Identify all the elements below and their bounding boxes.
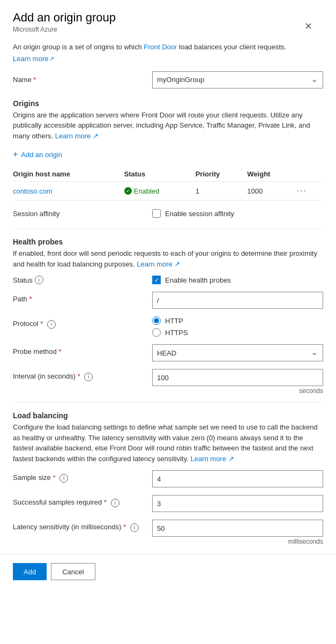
latency-info-icon[interactable]: i <box>130 523 139 532</box>
successful-samples-control <box>152 495 323 512</box>
health-enable-label: Enable health probes <box>165 276 231 284</box>
latency-input[interactable] <box>152 520 323 537</box>
row-more-button[interactable]: ··· <box>297 186 307 196</box>
http-radio[interactable] <box>152 316 161 325</box>
https-radio[interactable] <box>152 328 161 337</box>
successful-samples-row: Successful samples required * i <box>13 495 323 512</box>
session-affinity-label: Session affinity <box>13 210 152 218</box>
col-status: Status <box>124 167 196 182</box>
http-label: HTTP <box>165 317 183 325</box>
name-select[interactable]: myOriginGroup <box>152 71 323 88</box>
https-radio-row: HTTPS <box>152 328 323 337</box>
col-host: Origin host name <box>13 167 124 182</box>
status-check-icon: ✓ <box>124 187 132 195</box>
col-priority: Priority <box>196 167 248 182</box>
origins-ext-icon: ↗ <box>93 132 99 140</box>
close-button[interactable]: ✕ <box>304 20 312 32</box>
health-probes-title: Health probes <box>13 238 323 246</box>
path-control <box>152 292 323 309</box>
health-status-row: Status i ✓ Enable health probes <box>13 276 323 284</box>
probe-method-row: Probe method * HEADGET <box>13 344 323 361</box>
intro-learn-more-link[interactable]: Learn more ↗ <box>13 55 54 63</box>
name-label: Name * <box>13 76 152 84</box>
external-link-icon: ↗ <box>49 55 54 62</box>
footer: Add Cancel <box>0 554 336 589</box>
session-affinity-checkbox-row: Enable session affinity <box>152 209 234 218</box>
load-balancing-learn-more-link[interactable]: Learn more ↗ <box>190 455 234 463</box>
add-origin-button[interactable]: + Add an origin <box>13 147 62 161</box>
path-row: Path * <box>13 292 323 309</box>
probe-method-select[interactable]: HEADGET <box>152 344 323 361</box>
protocol-radio-group: HTTP HTTPS <box>152 316 323 337</box>
panel-subtitle: Microsoft Azure <box>13 26 323 33</box>
origins-table: Origin host name Status Priority Weight … <box>13 167 323 201</box>
latency-unit: milliseconds <box>152 538 323 545</box>
path-label: Path * <box>13 292 152 303</box>
latency-label: Latency sensitivity (in milliseconds) * … <box>13 520 152 532</box>
health-probes-ext-icon: ↗ <box>174 260 180 268</box>
sample-size-info-icon[interactable]: i <box>59 474 68 483</box>
successful-samples-info-icon[interactable]: i <box>111 499 120 507</box>
session-affinity-row: Session affinity Enable session affinity <box>13 209 323 218</box>
origin-host-link[interactable]: contoso.com <box>13 187 53 195</box>
protocol-control: HTTP HTTPS <box>152 316 323 337</box>
interval-label: Interval (in seconds) * i <box>13 369 152 381</box>
health-probes-description: If enabled, front door will send periodi… <box>13 248 323 269</box>
origins-description: Origins are the application servers wher… <box>13 110 323 142</box>
origin-priority: 1 <box>196 182 248 201</box>
status-enabled: ✓ Enabled <box>124 187 191 195</box>
session-affinity-checkbox[interactable] <box>152 209 161 218</box>
latency-control: milliseconds <box>152 520 323 545</box>
sample-size-control <box>152 470 323 487</box>
table-row: contoso.com ✓ Enabled 1 1000 ··· <box>13 182 323 201</box>
health-enable-row: ✓ Enable health probes <box>152 276 231 284</box>
health-probes-learn-more-link[interactable]: Learn more ↗ <box>137 260 180 268</box>
sample-size-input[interactable] <box>152 470 323 487</box>
http-radio-row: HTTP <box>152 316 323 325</box>
divider-1 <box>13 228 323 229</box>
intro-description: An origin group is a set of origins to w… <box>13 42 323 53</box>
panel-title: Add an origin group <box>13 11 323 25</box>
lb-ext-icon: ↗ <box>228 455 234 463</box>
interval-control: seconds <box>152 369 323 395</box>
origin-weight: 1000 <box>247 182 296 201</box>
probe-method-control: HEADGET <box>152 344 323 361</box>
probe-method-label: Probe method * <box>13 344 152 356</box>
origins-section-title: Origins <box>13 99 323 108</box>
https-label: HTTPS <box>165 329 188 337</box>
sample-size-row: Sample size * i <box>13 470 323 487</box>
session-affinity-checkbox-label: Enable session affinity <box>165 210 234 218</box>
path-input[interactable] <box>152 292 323 309</box>
cancel-button[interactable]: Cancel <box>51 563 95 580</box>
load-balancing-description: Configure the load balancing settings to… <box>13 422 323 464</box>
successful-samples-input[interactable] <box>152 495 323 512</box>
sample-size-label: Sample size * i <box>13 470 152 483</box>
col-weight: Weight <box>247 167 296 182</box>
divider-2 <box>13 402 323 403</box>
interval-row: Interval (in seconds) * i seconds <box>13 369 323 395</box>
successful-samples-label: Successful samples required * i <box>13 495 152 507</box>
interval-input[interactable] <box>152 369 323 386</box>
health-enabled-checkbox[interactable]: ✓ <box>152 276 161 284</box>
interval-info-icon[interactable]: i <box>84 373 93 381</box>
front-door-link[interactable]: Front Door <box>144 43 177 51</box>
load-balancing-title: Load balancing <box>13 411 323 420</box>
interval-unit: seconds <box>152 387 323 395</box>
add-button[interactable]: Add <box>13 563 47 580</box>
protocol-row: Protocol * i HTTP HTTPS <box>13 316 323 337</box>
protocol-label: Protocol * i <box>13 316 152 329</box>
name-row: Name * myOriginGroup <box>13 71 323 88</box>
protocol-info-icon[interactable]: i <box>47 320 56 329</box>
status-info-icon[interactable]: i <box>35 276 43 284</box>
origins-learn-more-link[interactable]: Learn more ↗ <box>55 132 99 140</box>
latency-row: Latency sensitivity (in milliseconds) * … <box>13 520 323 545</box>
plus-icon: + <box>13 150 18 159</box>
health-status-label: Status i <box>13 276 152 284</box>
